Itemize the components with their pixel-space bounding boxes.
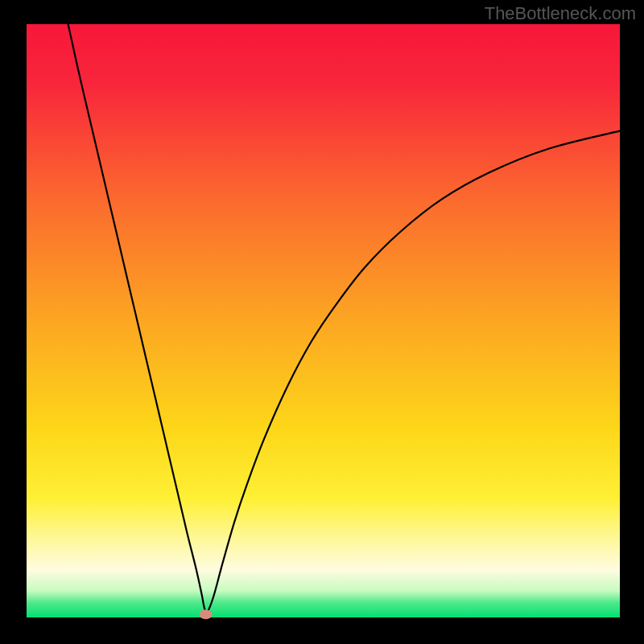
chart-container: TheBottleneck.com [0, 0, 644, 644]
watermark-text: TheBottleneck.com [485, 3, 636, 24]
bottleneck-chart [0, 0, 644, 644]
